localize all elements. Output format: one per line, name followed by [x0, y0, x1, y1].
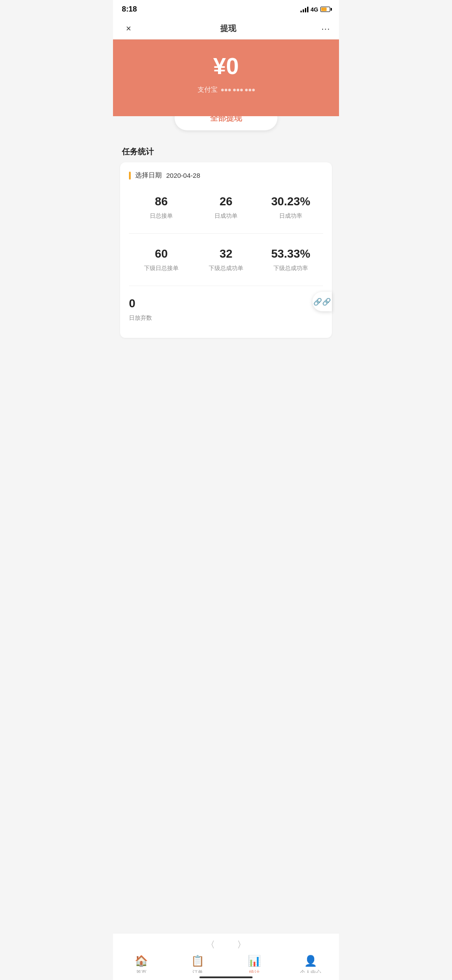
page-title: 提现 — [220, 23, 236, 34]
date-row[interactable]: 选择日期 2020-04-28 — [129, 171, 323, 180]
daily-success-rate: 30.23% 日成功率 — [258, 190, 323, 224]
sub-total-rate: 53.33% 下级总成功率 — [258, 243, 323, 277]
daily-abandon-value: 0 — [129, 297, 323, 310]
sub-total-success: 32 下级总成功单 — [194, 243, 258, 277]
more-button[interactable]: ··· — [321, 24, 330, 34]
sub-total-rate-label: 下级总成功率 — [258, 264, 323, 272]
stats-divider-1 — [129, 233, 323, 234]
sub-total-rate-value: 53.33% — [258, 247, 323, 261]
sub-daily-total: 60 下级日总接单 — [129, 243, 194, 277]
daily-abandon-label: 日放弃数 — [129, 314, 323, 322]
daily-total-orders-label: 日总接单 — [129, 212, 194, 220]
daily-success-orders-value: 26 — [194, 195, 258, 208]
task-stats-title: 任务统计 — [113, 139, 339, 162]
stats-row-3: 0 日放弃数 — [129, 295, 323, 329]
network-type: 4G — [311, 6, 318, 13]
stats-divider-2 — [129, 286, 323, 286]
nav-bar: × 提现 ··· — [113, 18, 339, 39]
daily-total-orders-value: 86 — [129, 195, 194, 208]
date-label: 选择日期 — [135, 171, 162, 180]
status-bar: 8:18 4G — [113, 0, 339, 18]
daily-success-rate-label: 日成功率 — [258, 212, 323, 220]
status-time: 8:18 — [122, 5, 137, 14]
account-mask — [221, 89, 255, 91]
account-label: 支付宝 — [198, 86, 218, 94]
battery-icon — [320, 7, 330, 12]
daily-success-orders: 26 日成功单 — [194, 190, 258, 224]
sub-total-success-label: 下级总成功单 — [194, 264, 258, 272]
stats-card: 选择日期 2020-04-28 86 日总接单 26 日成功单 30.23% 日… — [120, 162, 332, 338]
stats-row-1: 86 日总接单 26 日成功单 30.23% 日成功率 — [129, 190, 323, 224]
status-icons: 4G — [300, 6, 330, 13]
sub-total-success-value: 32 — [194, 247, 258, 261]
hero-section: ¥0 支付宝 — [113, 39, 339, 116]
close-button[interactable]: × — [122, 24, 135, 34]
date-indicator — [129, 172, 131, 180]
account-info: 支付宝 — [122, 86, 330, 94]
date-value: 2020-04-28 — [166, 172, 200, 179]
sub-daily-total-value: 60 — [129, 247, 194, 261]
daily-success-orders-label: 日成功单 — [194, 212, 258, 220]
daily-total-orders: 86 日总接单 — [129, 190, 194, 224]
float-link-button[interactable]: 🔗🔗 — [312, 292, 332, 311]
balance-amount: ¥0 — [122, 53, 330, 79]
stats-row-2: 60 下级日总接单 32 下级总成功单 53.33% 下级总成功率 — [129, 243, 323, 277]
daily-success-rate-value: 30.23% — [258, 195, 323, 208]
signal-icon — [300, 6, 308, 12]
sub-daily-total-label: 下级日总接单 — [129, 264, 194, 272]
